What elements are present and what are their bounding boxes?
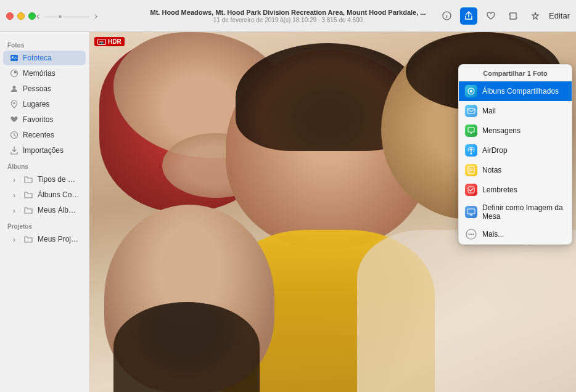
info-button[interactable]: i — [438, 7, 455, 25]
airdrop-svg — [467, 146, 475, 155]
mail-label: Mail — [482, 107, 496, 115]
messages-svg — [467, 126, 475, 135]
more-label: Mais... — [482, 230, 504, 239]
edit-button[interactable]: Editar — [549, 11, 570, 20]
svg-point-27 — [471, 234, 472, 235]
messages-label: Mensagens — [482, 126, 520, 135]
sidebar-item-lugares[interactable]: Lugares — [3, 97, 86, 112]
shared-albums-svg — [467, 87, 475, 96]
svg-rect-15 — [467, 108, 475, 113]
svg-point-9 — [14, 102, 15, 104]
sidebar-item-importacoes[interactable]: Importações — [3, 143, 86, 158]
desktop-label: Definir como Imagem da Mesa — [482, 203, 566, 221]
svg-rect-22 — [467, 209, 475, 214]
desktop-icon — [465, 206, 477, 218]
photo-bottom-hair — [113, 302, 260, 392]
pessoas-label: Pessoas — [23, 84, 80, 93]
sidebar: Fotos Fototeca Memórias Pessoas Lugares — [0, 32, 89, 392]
share-menu-item-mail[interactable]: Mail — [459, 101, 572, 121]
places-icon — [9, 99, 19, 109]
svg-point-16 — [471, 153, 472, 155]
share-menu-item-reminders[interactable]: Lembretes — [459, 180, 572, 200]
tipos-midia-label: Tipos de Mídia — [38, 175, 80, 184]
heart-icon — [486, 11, 496, 21]
forward-button[interactable]: › — [92, 9, 100, 23]
notes-label: Notas — [482, 166, 501, 174]
expand-icon: › — [9, 174, 19, 184]
meus-albuns-label: Meus Álbuns — [38, 206, 80, 214]
slider-indicator: ——●———— — [44, 12, 89, 20]
share-menu-item-airdrop[interactable]: AirDrop — [459, 141, 572, 160]
shared-albums-label: Álbuns Compartilhados — [482, 87, 559, 96]
window-controls — [6, 12, 36, 20]
more-svg — [465, 228, 477, 240]
meus-projetos-label: Meus Projetos — [38, 235, 80, 243]
import-icon — [9, 145, 19, 155]
back-button[interactable]: ‹ — [34, 9, 42, 23]
titlebar: ‹ ——●———— › Mt. Hood Meadows, Mt. Hood P… — [0, 0, 576, 32]
nav-buttons: ‹ ——●———— › — [34, 9, 100, 23]
sidebar-item-fototeca[interactable]: Fototeca — [3, 51, 86, 65]
recentes-icon — [9, 130, 19, 140]
memorias-label: Memórias — [23, 69, 80, 78]
more-icon — [465, 228, 477, 240]
airdrop-icon — [465, 144, 477, 157]
expand-icon-2: › — [9, 190, 19, 200]
messages-icon — [465, 125, 477, 137]
toolbar-right: i Editar — [438, 7, 570, 25]
lugares-label: Lugares — [23, 100, 80, 108]
crop-button[interactable] — [504, 7, 522, 25]
folder-icon — [24, 176, 33, 183]
photo-badge-icon: 📷 — [99, 39, 105, 44]
favorites-icon — [9, 115, 19, 125]
share-menu-item-messages[interactable]: Mensagens — [459, 121, 572, 141]
svg-text:📷: 📷 — [99, 39, 104, 44]
albuns-comp-label: Álbuns Comparti... — [38, 190, 80, 199]
sidebar-item-pessoas[interactable]: Pessoas — [3, 81, 86, 96]
share-menu-item-shared-albums[interactable]: Álbuns Compartilhados — [459, 81, 572, 101]
folder-shared-icon — [24, 191, 33, 198]
photo-title: Mt. Hood Meadows, Mt. Hood Park Division… — [150, 8, 426, 17]
reminders-label: Lembretes — [482, 186, 517, 194]
recentes-label: Recentes — [23, 131, 80, 139]
people-icon — [9, 84, 19, 94]
my-albums-icon — [24, 206, 33, 214]
photo-area: 📷 HDR Compartilhar 1 Foto Álbuns Compart… — [89, 32, 576, 392]
sidebar-item-albuns-compartilhados[interactable]: › Álbuns Comparti... — [3, 187, 86, 202]
projetos-icon — [24, 235, 33, 243]
info-icon: i — [442, 11, 451, 20]
enhance-button[interactable] — [527, 7, 544, 25]
sidebar-item-memorias[interactable]: Memórias — [3, 66, 86, 81]
photo-icon — [9, 53, 19, 63]
hdr-text: HDR — [108, 38, 121, 45]
close-button[interactable] — [6, 12, 14, 20]
minimize-button[interactable] — [17, 12, 25, 20]
desktop-svg — [467, 208, 475, 216]
svg-text:i: i — [446, 14, 447, 19]
enhance-icon — [530, 11, 540, 21]
svg-point-26 — [468, 234, 469, 235]
share-menu-item-desktop[interactable]: Definir como Imagem da Mesa — [459, 200, 572, 224]
sidebar-section-projetos: Projetos — [0, 218, 89, 231]
title-group: Mt. Hood Meadows, Mt. Hood Park Division… — [150, 8, 426, 23]
sidebar-item-meus-albuns[interactable]: › Meus Álbuns — [3, 203, 86, 218]
share-menu-item-notes[interactable]: Notas — [459, 160, 572, 180]
share-menu-item-more[interactable]: Mais... — [459, 224, 572, 244]
heart-button[interactable] — [482, 7, 500, 25]
share-menu-title: Compartilhar 1 Foto — [459, 65, 572, 81]
share-icon — [464, 11, 474, 21]
main-content: Fotos Fototeca Memórias Pessoas Lugares — [0, 32, 576, 392]
svg-rect-17 — [468, 166, 474, 174]
sidebar-section-albuns: Álbuns — [0, 158, 89, 171]
favoritos-label: Favoritos — [23, 115, 80, 124]
sidebar-item-favoritos[interactable]: Favoritos — [3, 112, 86, 127]
sidebar-item-tipos-midia[interactable]: › Tipos de Mídia — [3, 172, 86, 187]
svg-point-28 — [472, 234, 474, 235]
shared-albums-icon — [465, 85, 477, 97]
sidebar-item-meus-projetos[interactable]: › Meus Projetos — [3, 232, 86, 247]
expand-icon-3: › — [9, 205, 19, 215]
memories-icon — [9, 68, 19, 78]
notes-svg — [467, 166, 475, 174]
sidebar-item-recentes[interactable]: Recentes — [3, 128, 86, 142]
share-button[interactable] — [460, 7, 477, 25]
